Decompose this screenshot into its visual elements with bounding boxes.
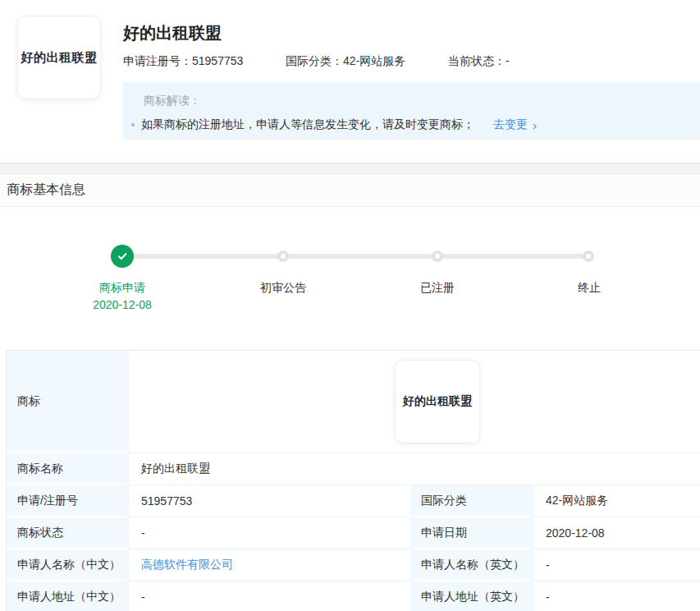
trademark-header: 好的出租联盟 好的出租联盟 申请注册号：51957753 国际分类：42-网站服…	[0, 0, 700, 163]
row-label: 商标	[7, 351, 129, 453]
row-label: 商标名称	[7, 453, 129, 485]
chevron-right-icon: ›	[533, 119, 537, 131]
trademark-thumbnail[interactable]: 好的出租联盟	[17, 16, 101, 99]
notice-box: 商标解读： 如果商标的注册地址，申请人等信息发生变化，请及时变更商标； 去变更›	[123, 82, 700, 140]
row-label: 申请人地址（英文）	[410, 581, 533, 611]
notice-title: 商标解读：	[144, 94, 201, 108]
step-done-check-icon	[111, 245, 134, 268]
page-title: 好的出租联盟	[123, 22, 222, 44]
row-label: 申请日期	[410, 517, 533, 549]
row-label: 申请人名称（中文）	[7, 549, 129, 581]
trademark-image[interactable]: 好的出租联盟	[395, 360, 480, 443]
trademark-thumbnail-text: 好的出租联盟	[21, 50, 98, 66]
row-label: 申请/注册号	[7, 485, 129, 517]
timeline-step-label: 已注册	[388, 281, 487, 296]
timeline-step-label: 终止	[540, 281, 638, 296]
step-pending-icon	[432, 250, 443, 262]
current-status-value: -	[506, 54, 510, 67]
row-label: 申请人地址（中文）	[7, 581, 129, 611]
trademark-detail-page: 好的出租联盟 好的出租联盟 申请注册号：51957753 国际分类：42-网站服…	[0, 0, 700, 611]
row-label: 国际分类	[410, 485, 533, 517]
current-status: 当前状态：-	[448, 54, 510, 69]
row-value: -	[129, 517, 410, 549]
international-class: 国际分类：42-网站服务	[286, 54, 405, 69]
applicant-company-link[interactable]: 高德软件有限公司	[141, 558, 233, 572]
row-label: 申请人名称（英文）	[410, 549, 533, 581]
registration-number-label: 申请注册号：	[123, 54, 192, 67]
row-value: 42-网站服务	[533, 485, 700, 517]
row-value: -	[129, 581, 410, 611]
row-value: -	[533, 581, 700, 611]
row-value: -	[533, 549, 700, 581]
step-pending-icon	[583, 250, 594, 262]
applicant-name-cell: 高德软件有限公司	[129, 549, 410, 581]
trademark-image-text: 好的出租联盟	[403, 394, 472, 409]
registration-number-value: 51957753	[192, 54, 243, 67]
timeline-step-label: 商标申请	[73, 281, 172, 296]
registration-number: 申请注册号：51957753	[123, 54, 243, 69]
row-value: 2020-12-08	[533, 517, 700, 549]
step-pending-icon	[277, 250, 289, 262]
timeline-step-label: 初审公告	[234, 281, 332, 296]
go-change-label: 去变更	[493, 117, 528, 132]
section-header: 商标基本信息	[0, 174, 700, 207]
trademark-image-cell: 好的出租联盟	[129, 351, 700, 453]
go-change-link[interactable]: 去变更›	[493, 117, 537, 132]
section-title: 商标基本信息	[7, 181, 85, 199]
current-status-label: 当前状态：	[448, 54, 506, 67]
timeline-step-date: 2020-12-08	[73, 298, 172, 311]
timeline-connector	[122, 254, 588, 259]
row-value: 51957753	[129, 485, 410, 517]
notice-line: 如果商标的注册地址，申请人等信息发生变化，请及时变更商标； 去变更›	[130, 117, 537, 132]
trademark-timeline: 商标申请 2020-12-08 初审公告 已注册 终止	[0, 207, 700, 350]
section-divider	[0, 163, 700, 174]
row-label: 商标状态	[7, 517, 129, 549]
international-class-label: 国际分类：	[286, 54, 343, 67]
trademark-info-table: 商标 好的出租联盟 商标名称 好的出租联盟 申请/注册号 51957753 国际…	[6, 350, 700, 611]
bullet-icon	[131, 123, 135, 126]
row-value: 好的出租联盟	[129, 453, 700, 485]
notice-text: 如果商标的注册地址，申请人等信息发生变化，请及时变更商标；	[141, 117, 474, 132]
international-class-value: 42-网站服务	[343, 54, 405, 67]
